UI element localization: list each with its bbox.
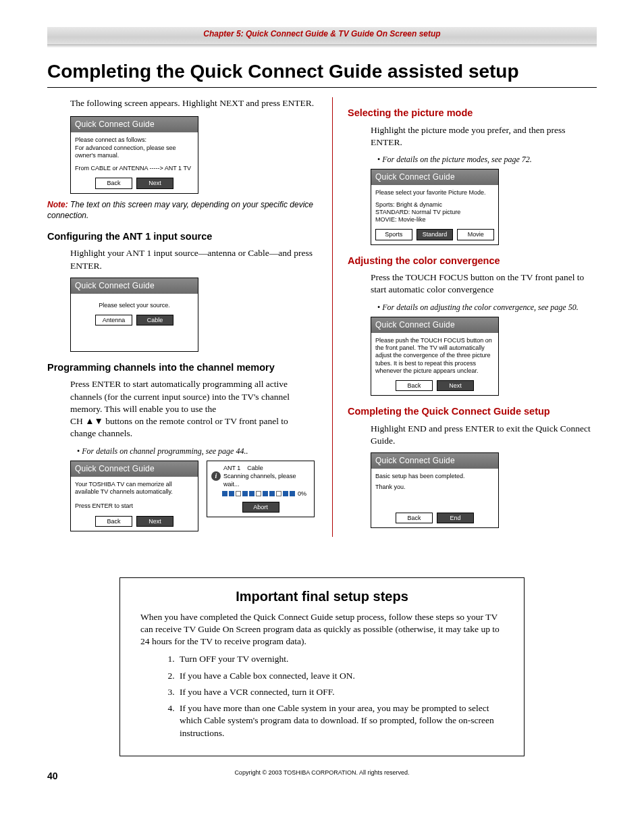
dialog-line: Please push the TOUCH FOCUS button on th… xyxy=(371,333,498,377)
progress-bar: 0% xyxy=(207,490,314,500)
right-column: Selecting the picture mode Highlight the… xyxy=(332,97,597,537)
final-steps-box: Important final setup steps When you hav… xyxy=(119,577,525,756)
dialog-line: MOVIE: Movie-like xyxy=(375,216,494,224)
cable-label: Cable xyxy=(247,465,263,471)
abort-button[interactable]: Abort xyxy=(242,502,279,513)
section-heading: Adjusting the color convergence xyxy=(348,255,597,268)
dialog-line: Press ENTER to start xyxy=(75,502,194,510)
dialog-scanning: i ANT 1 Cable Scanning channels, please … xyxy=(207,461,315,518)
dialog-convergence: Quick Connect Guide Please push the TOUC… xyxy=(371,317,499,396)
end-button[interactable]: End xyxy=(437,513,474,523)
body-text: Highlight your ANT 1 input source—antenn… xyxy=(70,247,315,271)
dialog-line: Thank you. xyxy=(375,484,494,491)
intro-text: The following screen appears. Highlight … xyxy=(70,97,315,109)
body-text: Press ENTER to start automatically progr… xyxy=(70,378,315,440)
page-title: Completing the Quick Connect Guide assis… xyxy=(47,59,597,84)
dialog-header: Quick Connect Guide xyxy=(371,170,498,185)
section-heading: Completing the Quick Connect Guide setup xyxy=(348,405,597,419)
bullet-note: For details on channel programming, see … xyxy=(77,446,315,457)
dialog-line: Please select your source. xyxy=(71,294,198,312)
movie-button[interactable]: Movie xyxy=(457,229,494,240)
next-button[interactable]: Next xyxy=(136,178,173,188)
dialog-line: Please connect as follows: xyxy=(75,136,194,144)
dialog-memorize: Quick Connect Guide Your TOSHIBA TV can … xyxy=(70,461,198,531)
section-heading: Selecting the picture mode xyxy=(348,107,597,120)
dialog-line: From CABLE or ANTENNA -----> ANT 1 TV xyxy=(75,165,194,172)
back-button[interactable]: Back xyxy=(396,380,433,391)
back-button[interactable]: Back xyxy=(95,178,132,188)
bullet-note: For details on the picture modes, see pa… xyxy=(377,154,597,165)
dialog-header: Quick Connect Guide xyxy=(371,453,498,469)
dialog-line: For advanced connection, please see owne… xyxy=(75,145,194,160)
body-text: Highlight END and press ENTER to exit th… xyxy=(371,423,597,447)
dialog-header: Quick Connect Guide xyxy=(71,117,198,132)
final-intro: When you have completed the Quick Connec… xyxy=(140,611,504,648)
final-step: Turn OFF your TV overnight. xyxy=(177,653,504,665)
back-button[interactable]: Back xyxy=(95,516,132,527)
cable-button[interactable]: Cable xyxy=(136,315,173,325)
next-button[interactable]: Next xyxy=(437,380,474,391)
final-step: If you have a VCR connected, turn it OFF… xyxy=(177,686,504,698)
dialog-source: Quick Connect Guide Please select your s… xyxy=(70,278,198,352)
back-button[interactable]: Back xyxy=(396,513,433,523)
scan-text: Scanning channels, please wait... xyxy=(223,473,296,488)
dialog-header: Quick Connect Guide xyxy=(71,461,198,477)
final-title: Important final setup steps xyxy=(140,588,504,606)
dialog-header: Quick Connect Guide xyxy=(71,278,198,294)
next-button[interactable]: Next xyxy=(136,516,173,527)
up-down-icon: ▲▼ xyxy=(85,416,103,426)
bullet-note: For details on adjusting the color conve… xyxy=(377,302,597,313)
final-step: If you have more than one Cable system i… xyxy=(177,702,504,739)
body-text: Highlight the picture mode you prefer, a… xyxy=(371,124,597,149)
final-step: If you have a Cable box connected, leave… xyxy=(177,670,504,682)
dialog-line: Your TOSHIBA TV can memorize all availab… xyxy=(75,481,194,496)
dialog-line: Sports: Bright & dynamic xyxy=(375,201,494,209)
dialog-connect: Quick Connect Guide Please connect as fo… xyxy=(70,116,198,193)
progress-percent: 0% xyxy=(298,490,306,498)
dialog-line: STANDARD: Normal TV picture xyxy=(375,209,494,216)
dialog-complete: Quick Connect Guide Basic setup has been… xyxy=(371,452,499,528)
sports-button[interactable]: Sports xyxy=(375,229,412,240)
dialog-line: Please select your favorite Picture Mode… xyxy=(375,189,494,197)
chapter-header: Chapter 5: Quick Connect Guide & TV Guid… xyxy=(47,28,597,39)
dialog-line: Basic setup has been completed. xyxy=(375,473,494,480)
ant-label: ANT 1 xyxy=(223,465,240,471)
dialog-picture-mode: Quick Connect Guide Please select your f… xyxy=(371,169,499,244)
antenna-button[interactable]: Antenna xyxy=(95,315,132,325)
section-heading: Configuring the ANT 1 input source xyxy=(47,230,315,244)
left-column: The following screen appears. Highlight … xyxy=(47,97,315,537)
section-heading: Programming channels into the channel me… xyxy=(47,361,315,375)
body-text: Press the TOUCH FOCUS button on the TV f… xyxy=(371,271,597,296)
note-text: Note: The text on this screen may vary, … xyxy=(47,199,315,221)
info-icon: i xyxy=(211,471,221,481)
standard-button[interactable]: Standard xyxy=(417,229,454,240)
dialog-header: Quick Connect Guide xyxy=(371,317,498,333)
